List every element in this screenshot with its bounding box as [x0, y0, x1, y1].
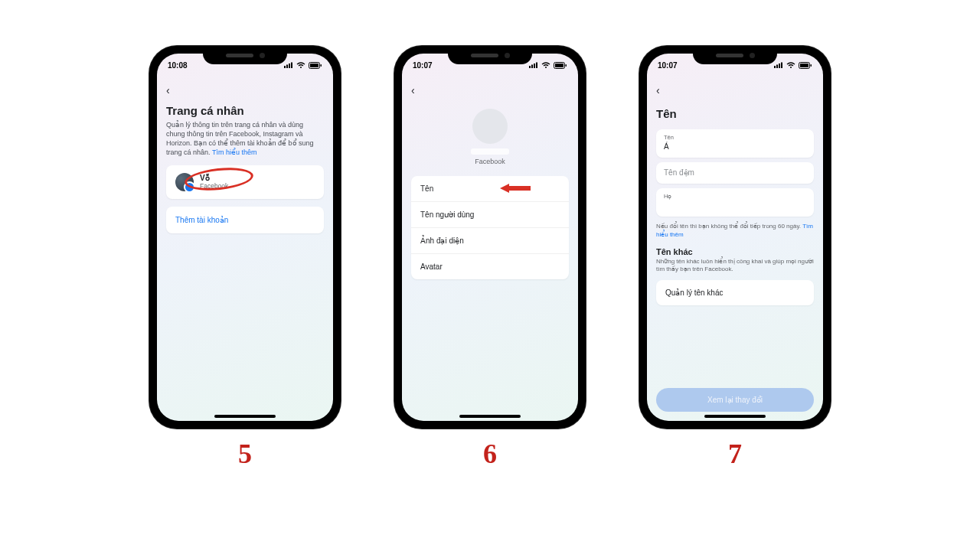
- settings-list: Tên Tên người dùng Ảnh đại diện Avatar: [411, 176, 569, 279]
- svg-rect-7: [321, 64, 322, 67]
- content-area: ‹ Tên Tên Á Tên đệm Họ Nếu đổi tên th: [647, 77, 823, 421]
- profile-avatar: [472, 109, 508, 144]
- status-time: 10:07: [413, 61, 433, 70]
- svg-rect-11: [536, 63, 537, 69]
- svg-rect-15: [566, 64, 567, 67]
- svg-rect-20: [781, 63, 782, 69]
- review-changes-button[interactable]: Xem lại thay đổi: [656, 388, 814, 412]
- svg-rect-1: [286, 65, 288, 69]
- phone-frame: 10:08 ‹ Trang cá nhân Quản lý thông tin …: [149, 46, 341, 429]
- content-area: ‹ Facebook Tên Tên người dùng: [402, 77, 578, 421]
- firstname-label: Tên: [664, 134, 806, 141]
- step-6-column: 10:07 ‹ Facebook: [394, 46, 586, 470]
- learn-more-link[interactable]: Tìm hiểu thêm: [212, 148, 257, 156]
- svg-rect-23: [800, 64, 808, 67]
- battery-icon: [309, 62, 322, 69]
- list-item-username[interactable]: Tên người dùng: [411, 202, 569, 228]
- home-indicator: [704, 415, 766, 418]
- svg-rect-2: [289, 64, 290, 68]
- list-item-profile-picture[interactable]: Ảnh đại diện: [411, 228, 569, 254]
- svg-rect-8: [529, 66, 531, 68]
- page-description: Quản lý thông tin trên trang cá nhân và …: [166, 120, 324, 158]
- screen: 10:07 ‹ Tên Tên Á Tên đệm: [647, 54, 823, 421]
- status-time: 10:08: [168, 61, 188, 70]
- profile-header: Facebook: [411, 109, 569, 165]
- svg-marker-16: [500, 184, 531, 193]
- page-title: Trang cá nhân: [166, 104, 324, 117]
- content-area: ‹ Trang cá nhân Quản lý thông tin trên t…: [157, 77, 333, 421]
- status-bar: 10:07: [647, 54, 823, 77]
- list-item-avatar[interactable]: Avatar: [411, 254, 569, 279]
- svg-rect-6: [310, 64, 318, 67]
- phone-frame: 10:07 ‹ Tên Tên Á Tên đệm: [639, 46, 831, 429]
- wifi-icon: [541, 62, 550, 68]
- lastname-label: Họ: [664, 193, 806, 200]
- profile-name-redacted: [471, 148, 509, 155]
- svg-rect-0: [284, 66, 286, 68]
- screen: 10:07 ‹ Facebook: [402, 54, 578, 421]
- name-change-note: Nếu đổi tên thì bạn không thể đổi tiếp t…: [656, 223, 814, 240]
- middlename-field[interactable]: Tên đệm: [656, 162, 814, 184]
- lastname-value: [664, 201, 806, 210]
- back-button[interactable]: ‹: [656, 81, 814, 99]
- status-icons: [284, 62, 322, 69]
- signal-icon: [529, 62, 538, 68]
- status-icons: [529, 62, 567, 69]
- svg-point-21: [790, 67, 792, 68]
- wifi-icon: [296, 62, 305, 68]
- other-names-subtitle: Những tên khác luôn hiển thị công khai v…: [656, 258, 814, 275]
- status-bar: 10:08: [157, 54, 333, 77]
- step-number: 5: [238, 438, 252, 470]
- svg-rect-3: [291, 63, 292, 69]
- annotation-arrow-icon: [500, 183, 531, 195]
- home-indicator: [214, 415, 276, 418]
- svg-point-4: [300, 67, 302, 68]
- svg-point-12: [545, 67, 547, 68]
- back-button[interactable]: ‹: [166, 81, 324, 99]
- svg-rect-18: [776, 65, 778, 69]
- svg-rect-17: [774, 66, 776, 68]
- page-title: Tên: [656, 107, 814, 120]
- svg-rect-10: [534, 64, 535, 68]
- avatar: [175, 173, 194, 191]
- account-item[interactable]: Vỗ Facebook: [166, 165, 324, 199]
- signal-icon: [774, 62, 783, 68]
- add-account-button[interactable]: Thêm tài khoản: [166, 207, 324, 233]
- step-number: 7: [728, 438, 742, 470]
- account-card: Vỗ Facebook: [166, 165, 324, 199]
- account-name: Vỗ: [200, 174, 228, 182]
- screen: 10:08 ‹ Trang cá nhân Quản lý thông tin …: [157, 54, 333, 421]
- lastname-field[interactable]: Họ: [656, 188, 814, 217]
- step-5-column: 10:08 ‹ Trang cá nhân Quản lý thông tin …: [149, 46, 341, 470]
- status-icons: [774, 62, 812, 69]
- battery-icon: [554, 62, 567, 69]
- middlename-placeholder: Tên đệm: [664, 168, 806, 178]
- home-indicator: [459, 415, 521, 418]
- phone-frame: 10:07 ‹ Facebook: [394, 46, 586, 429]
- firstname-field[interactable]: Tên Á: [656, 129, 814, 158]
- status-bar: 10:07: [402, 54, 578, 77]
- battery-icon: [799, 62, 812, 69]
- list-item-name[interactable]: Tên: [411, 176, 569, 202]
- firstname-value: Á: [664, 142, 806, 152]
- phone-row: 10:08 ‹ Trang cá nhân Quản lý thông tin …: [149, 46, 831, 470]
- step-7-column: 10:07 ‹ Tên Tên Á Tên đệm: [639, 46, 831, 470]
- account-platform: Facebook: [200, 182, 228, 190]
- wifi-icon: [786, 62, 795, 68]
- other-names-title: Tên khác: [656, 247, 814, 256]
- svg-rect-19: [779, 64, 780, 68]
- svg-rect-9: [531, 65, 533, 69]
- manage-other-names-button[interactable]: Quản lý tên khác: [656, 280, 814, 305]
- add-account-card: Thêm tài khoản: [166, 207, 324, 233]
- signal-icon: [284, 62, 293, 68]
- status-time: 10:07: [658, 61, 678, 70]
- profile-platform: Facebook: [475, 158, 505, 165]
- back-button[interactable]: ‹: [411, 81, 569, 99]
- step-number: 6: [483, 438, 497, 470]
- svg-rect-24: [811, 64, 812, 67]
- svg-rect-14: [555, 64, 564, 67]
